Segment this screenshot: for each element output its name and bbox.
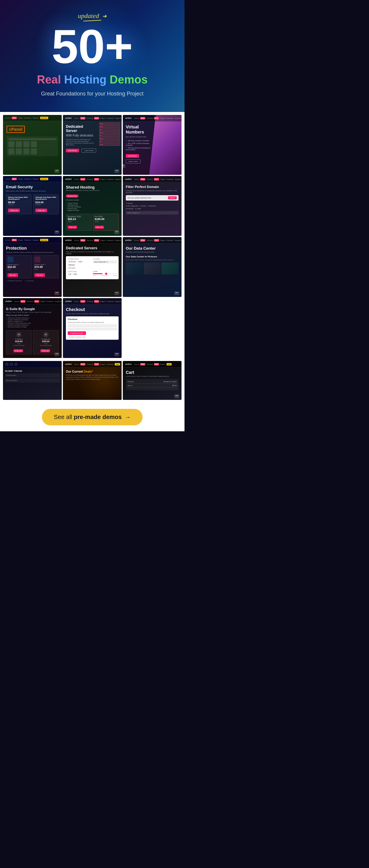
card-stats[interactable]: 19,322+ Clients 9,518 Resellers Some sta… xyxy=(3,361,62,400)
plan-layer4: Cloud Layer 4 $32.00 /year Buy now xyxy=(6,255,32,278)
plan-layer7: Cloud Layer 7 $70.99 /year Buy now xyxy=(33,255,59,278)
gsuite-plan-5: ✉ G Suite 5 $19.00 /year 5 email account… xyxy=(6,330,32,354)
brand-antler: antler xyxy=(125,117,132,119)
arrow-icon: ➜ xyxy=(102,13,107,20)
card-cpanel[interactable]: Hosting PRO Pages Features Support Sale … xyxy=(3,115,62,175)
envelope-icon xyxy=(174,292,179,295)
card-dedicated-servers[interactable]: antler Home NEW Hosting PRO Pages Featur… xyxy=(63,237,122,297)
card-filter-domain[interactable]: antler Home NEW Hosting PRO Pages Featur… xyxy=(123,176,181,236)
envelope-icon xyxy=(114,353,119,356)
plan-box-1: Deluxe Anti-Spam With SpamExperts $8.00 … xyxy=(6,194,31,214)
envelope-icon xyxy=(55,231,59,234)
buy-now-btn[interactable]: Buy now xyxy=(34,273,45,277)
card-shared-hosting[interactable]: antler Home NEW Hosting PRO Pages Featur… xyxy=(63,176,122,236)
see-all-demos-button[interactable]: See all pre-made demos→ xyxy=(42,409,143,425)
card-title: Dedicated Server xyxy=(66,125,83,133)
cta-section: See all pre-made demos→ xyxy=(0,403,184,431)
card-data-center[interactable]: antler Home NEW Hosting PRO Pages Featur… xyxy=(123,237,181,297)
brand-antler: antler xyxy=(65,239,72,242)
card-dedicated-server[interactable]: antler Home NEW Hosting PRO Pages Featur… xyxy=(63,115,122,175)
plan-box-1: Business SSD $98.24 /year Order now xyxy=(66,214,92,231)
learn-more-button[interactable]: Learn more xyxy=(126,159,140,163)
buy-now-btn[interactable]: Buy now xyxy=(7,273,18,277)
brand-antler: antler xyxy=(125,239,132,242)
plan-box-2: Ultimate Anti-Spam With SpamExperts $19.… xyxy=(33,194,59,214)
envelope-icon xyxy=(114,170,119,173)
envelope-icon xyxy=(123,165,125,168)
brand-antler: antler xyxy=(65,300,72,303)
order-now-btn[interactable]: Order now xyxy=(35,209,47,212)
gsuite-plan-10: ✉ G Suite 10 $35.00 /year 10 email accou… xyxy=(33,330,59,354)
big-number: 50+ xyxy=(9,23,175,70)
brand-antler: antler xyxy=(65,178,72,181)
hero-title: Real Hosting Demos xyxy=(9,73,175,86)
cart-area: Product Review & Check Item 1 $9.99 xyxy=(126,379,178,390)
brand-antler: antler xyxy=(125,363,132,366)
demos-grid: Hosting PRO Pages Features Support Sale … xyxy=(0,112,184,361)
order-now-btn[interactable]: Order now xyxy=(13,349,23,352)
card-email-security[interactable]: Hosting PRO Pages Features Support Sale … xyxy=(3,176,62,236)
checkout-form: Checkout Lorem ipsum dolor sit amet, con… xyxy=(66,316,119,340)
envelope-icon xyxy=(55,353,59,356)
card-gsuite[interactable]: antler Home NEW Hosting PRO Pages Featur… xyxy=(3,298,62,358)
server-config: ● Choose Server All Servers Linux Window… xyxy=(66,256,119,279)
order-now-btn[interactable]: Order now xyxy=(68,226,77,229)
brand-antler: antler xyxy=(5,300,12,303)
bottom-partial-grid: 19,322+ Clients 9,518 Resellers Some sta… xyxy=(0,361,184,403)
order-now-btn[interactable]: Order now xyxy=(40,349,50,352)
feature-list: 100 free numbers included 20+ VOIP numbe… xyxy=(126,140,152,151)
envelope-icon xyxy=(55,292,59,295)
brand-antler: antler xyxy=(125,178,132,181)
search-button[interactable]: Search xyxy=(168,196,177,199)
envelope-icon xyxy=(174,395,179,398)
hero-tagline: Great Foundations for your Hosting Proje… xyxy=(9,91,175,97)
hero-section: updated ➜ 50+ Real Hosting Demos Great F… xyxy=(0,0,184,112)
order-now-btn[interactable]: Order now xyxy=(8,209,20,212)
card-deals[interactable]: antler Home NEW Hosting PRO Pages Featur… xyxy=(63,361,122,400)
order-now-btn[interactable]: Order now xyxy=(95,226,104,229)
data-center-images xyxy=(126,262,178,275)
envelope-icon xyxy=(55,170,59,173)
brand-antler: antler xyxy=(65,117,72,119)
plan-box-2: Pro SSD $185.99 /year Order now xyxy=(93,214,119,231)
checkout-submit-btn[interactable]: Create Account xyxy=(68,331,86,335)
get-prices-button[interactable]: Get Prices xyxy=(66,149,79,152)
cpanel-logo: cPanel xyxy=(7,126,25,133)
learn-more-button[interactable]: Learn more xyxy=(82,149,96,153)
arrow-icon: → xyxy=(124,414,131,420)
get-prices-button[interactable]: Get Prices xyxy=(126,154,139,158)
brand-antler: antler xyxy=(65,363,72,366)
server-rack xyxy=(99,122,120,146)
card-virtual-numbers[interactable]: antler Home NEW Hosting PRO Pages Featur… xyxy=(123,115,181,175)
domain-search: Get your perfect domain here... Search xyxy=(126,195,178,200)
card-protection[interactable]: Hosting PRO Pages Features Support Sale … xyxy=(3,237,62,297)
card-cart[interactable]: antler Home NEW Hosting PRO Pages Sale! … xyxy=(123,361,181,400)
envelope-icon xyxy=(114,292,119,295)
envelope-icon xyxy=(114,231,119,234)
card-checkout[interactable]: antler Home NEW Hosting PRO Pages Featur… xyxy=(63,298,122,358)
